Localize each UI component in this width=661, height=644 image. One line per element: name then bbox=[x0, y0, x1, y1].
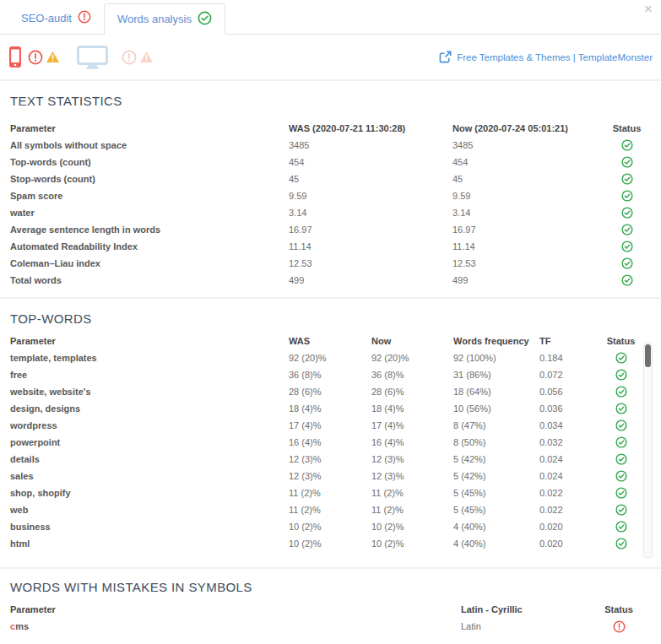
table-header-text-statistics: Parameter WAS (2020-07-21 11:30:28) Now … bbox=[10, 120, 651, 137]
tab-seo-audit[interactable]: SEO-audit bbox=[8, 3, 104, 34]
cell-words-frequency: 5 (42%) bbox=[453, 454, 539, 464]
cell-was: 92 (20)% bbox=[289, 353, 371, 363]
status-icon bbox=[621, 173, 633, 185]
column-header-latin-cyrillic: Latin - Cyrillic bbox=[461, 604, 587, 614]
cell-tf: 0.020 bbox=[539, 538, 591, 549]
cell-was: 12 (3)% bbox=[289, 471, 371, 481]
column-header-parameter: Parameter bbox=[10, 336, 289, 346]
table-row: business 10 (2)% 10 (2)% 4 (40%) 0.020 bbox=[10, 518, 651, 535]
cell-parameter: design, designs bbox=[10, 403, 289, 414]
cell-parameter: website, website's bbox=[10, 387, 289, 397]
cell-tf: 0.024 bbox=[539, 454, 591, 464]
cell-parameter: All symbols without space bbox=[10, 140, 289, 150]
table-header-top-words: Parameter WAS Now Words frequency TF Sta… bbox=[10, 333, 651, 349]
cell-now: 10 (2)% bbox=[371, 522, 453, 532]
cell-words-frequency: 5 (45%) bbox=[453, 488, 539, 498]
cell-latin-cyrillic: Latin bbox=[461, 621, 587, 631]
cell-now: 92 (20)% bbox=[371, 353, 453, 363]
table-row: template, templates 92 (20)% 92 (20)% 92… bbox=[10, 349, 651, 366]
status-icon bbox=[615, 487, 627, 499]
cell-now: 11 (2)% bbox=[371, 488, 453, 498]
cell-parameter: free bbox=[10, 370, 289, 380]
cell-tf: 0.184 bbox=[539, 353, 591, 363]
table-row: web 11 (2)% 11 (2)% 5 (45%) 0.022 bbox=[10, 501, 651, 518]
status-icon bbox=[621, 207, 633, 219]
close-icon[interactable]: × bbox=[644, 2, 653, 16]
column-header-tf: TF bbox=[539, 336, 591, 346]
table-row: Top-words (count) 454 454 bbox=[10, 154, 651, 170]
cell-parameter: cms bbox=[10, 621, 461, 631]
section-title-text-statistics: TEXT STATISTICS bbox=[10, 93, 651, 110]
cell-parameter: business bbox=[10, 522, 289, 532]
table-body-text-statistics: All symbols without space 3485 3485 Top-… bbox=[10, 137, 651, 289]
column-header-now: Now bbox=[371, 336, 453, 346]
templatemonster-link[interactable]: Free Templates & Themes | TemplateMonste… bbox=[439, 51, 653, 63]
desktop-icon bbox=[77, 46, 108, 69]
scrollbar-track[interactable] bbox=[643, 343, 653, 559]
cell-parameter: sales bbox=[10, 471, 289, 481]
table-row: cms Latin bbox=[10, 618, 651, 635]
cell-parameter: Spam score bbox=[10, 191, 289, 201]
cell-was: 10 (2)% bbox=[289, 538, 371, 549]
status-icon bbox=[615, 403, 627, 414]
table-row: design, designs 18 (4)% 18 (4)% 10 (56%)… bbox=[10, 400, 651, 417]
cell-was: 499 bbox=[289, 275, 452, 285]
cell-words-frequency: 5 (42%) bbox=[453, 471, 539, 481]
cell-words-frequency: 31 (86%) bbox=[453, 370, 539, 380]
status-icon bbox=[615, 453, 627, 465]
cell-words-frequency: 10 (56%) bbox=[453, 403, 539, 414]
column-header-status: Status bbox=[603, 123, 651, 133]
cell-was: 9.59 bbox=[289, 191, 452, 201]
table-body-mistakes: cms Latin bbox=[10, 618, 651, 635]
column-header-parameter: Parameter bbox=[10, 123, 289, 133]
table-row: Average sentence length in words 16.97 1… bbox=[10, 221, 651, 238]
tab-words-analysis[interactable]: Words analysis bbox=[104, 3, 225, 35]
cell-tf: 0.034 bbox=[539, 420, 591, 430]
status-icon bbox=[615, 504, 627, 516]
section-words-with-mistakes: WORDS WITH MISTAKES IN SYMBOLS Parameter… bbox=[0, 569, 661, 635]
cell-now: 45 bbox=[452, 174, 603, 184]
table-row: free 36 (8)% 36 (8)% 31 (86%) 0.072 bbox=[10, 366, 651, 383]
mobile-icon bbox=[8, 46, 22, 68]
cell-was: 18 (4)% bbox=[289, 403, 371, 414]
section-title-words-with-mistakes: WORDS WITH MISTAKES IN SYMBOLS bbox=[10, 579, 651, 596]
status-icon bbox=[621, 190, 633, 202]
table-body-top-words: template, templates 92 (20)% 92 (20)% 92… bbox=[10, 349, 651, 552]
alert-circle-icon bbox=[78, 10, 91, 26]
status-icon bbox=[615, 386, 627, 398]
cell-tf: 0.032 bbox=[539, 437, 591, 447]
cell-was: 3.14 bbox=[289, 208, 452, 218]
cell-now: 12 (3)% bbox=[371, 454, 453, 464]
column-header-status: Status bbox=[591, 336, 651, 346]
status-icon bbox=[615, 352, 627, 364]
cell-tf: 0.024 bbox=[539, 471, 591, 481]
cell-parameter: water bbox=[10, 208, 289, 218]
cell-words-frequency: 18 (64%) bbox=[453, 387, 539, 397]
templatemonster-link-label: Free Templates & Themes | TemplateMonste… bbox=[457, 52, 653, 62]
cell-parameter: wordpress bbox=[10, 420, 289, 430]
table-row: water 3.14 3.14 bbox=[10, 204, 651, 221]
cell-now: 11 (2)% bbox=[371, 505, 453, 515]
cell-now: 11.14 bbox=[452, 241, 603, 252]
cell-parameter: html bbox=[10, 538, 289, 549]
cell-was: 11 (2)% bbox=[289, 488, 371, 498]
cell-now: 3485 bbox=[452, 140, 603, 150]
table-row: Coleman–Liau index 12.53 12.53 bbox=[10, 255, 651, 272]
scrollbar-thumb[interactable] bbox=[645, 344, 651, 367]
cell-parameter: Total words bbox=[10, 275, 289, 285]
table-row: Spam score 9.59 9.59 bbox=[10, 187, 651, 204]
table-row: wordpress 17 (4)% 17 (4)% 8 (47%) 0.034 bbox=[10, 417, 651, 434]
table-row: shop, shopify 11 (2)% 11 (2)% 5 (45%) 0.… bbox=[10, 484, 651, 501]
cell-parameter: shop, shopify bbox=[10, 488, 289, 498]
cell-was: 3485 bbox=[289, 140, 452, 150]
status-icon bbox=[621, 257, 633, 269]
cell-now: 454 bbox=[452, 157, 603, 167]
cell-now: 12 (3)% bbox=[371, 471, 453, 481]
status-icon bbox=[621, 224, 633, 235]
cell-was: 36 (8)% bbox=[289, 370, 371, 380]
status-icon bbox=[615, 470, 627, 482]
cell-parameter-rest: ms bbox=[15, 621, 29, 631]
cell-words-frequency: 8 (50%) bbox=[453, 437, 539, 447]
status-icon bbox=[615, 419, 627, 431]
status-icon bbox=[615, 521, 627, 533]
